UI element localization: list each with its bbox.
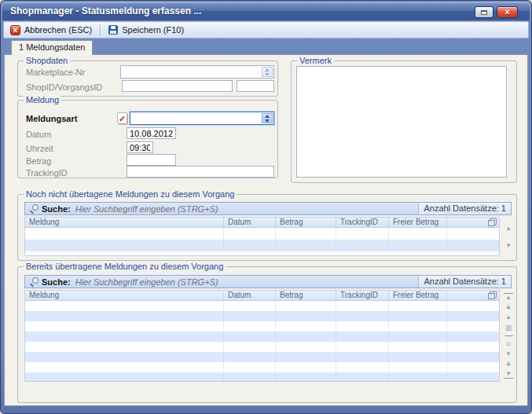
transferred-messages-group: Bereits übertragene Meldungen zu diesem …: [17, 266, 517, 403]
trackingid-input[interactable]: [127, 166, 274, 178]
search-icon: [30, 277, 39, 286]
scroll-down-icon[interactable]: ▼: [504, 242, 513, 250]
restore-button[interactable]: [475, 6, 493, 18]
table-row[interactable]: [25, 321, 499, 332]
next-row-icon[interactable]: ▼: [504, 350, 513, 358]
table-row[interactable]: [25, 352, 499, 362]
pending-messages-group: Noch nicht übertagene Meldungen zu diese…: [17, 194, 517, 261]
move-up-icon[interactable]: +: [504, 304, 513, 311]
search-bar[interactable]: Suche: Hier Suchbegriff eingeben (STRG+S…: [24, 275, 512, 288]
table-row[interactable]: [25, 240, 499, 251]
vorgangsid-input[interactable]: [237, 80, 274, 92]
column-header-datum[interactable]: Datum: [224, 291, 276, 300]
window-title: Shopmanager - Statusmeldung erfassen ...: [10, 5, 201, 16]
search-bar[interactable]: Suche: Hier Suchbegriff eingeben (STRG+S…: [24, 202, 512, 215]
current-row-icon[interactable]: ▥: [504, 324, 513, 332]
go-first-row-icon[interactable]: ▲: [504, 293, 513, 302]
cancel-button[interactable]: × Abbrechen (ESC): [4, 22, 98, 38]
uhrzeit-label: Uhrzeit: [26, 144, 53, 153]
navigator-divider: [504, 335, 513, 336]
close-icon: ×: [504, 7, 509, 17]
column-chooser-icon[interactable]: [488, 218, 497, 226]
move-down-icon[interactable]: +: [504, 361, 513, 368]
table-row[interactable]: [25, 301, 499, 311]
column-chooser-icon[interactable]: [488, 291, 497, 299]
table-row[interactable]: [25, 342, 499, 352]
go-last-row-icon[interactable]: ▼: [504, 370, 513, 379]
table-row[interactable]: [25, 362, 499, 372]
table-row[interactable]: [25, 372, 499, 382]
required-check-button[interactable]: ✓: [117, 112, 127, 124]
uhrzeit-input[interactable]: [127, 141, 153, 153]
search-placeholder[interactable]: Hier Suchbegriff eingeben (STRG+S): [75, 204, 218, 214]
spin-up-icon: [265, 68, 270, 71]
record-count-badge: Anzahl Datensätze: 1: [418, 276, 511, 288]
toolbar-separator: [100, 24, 101, 36]
meldungsart-value: [130, 115, 133, 125]
content-panel: Shopdaten Marketplace-Nr ShopID/Vorgangs…: [4, 54, 528, 406]
column-header-freier-betrag[interactable]: Freier Betrag: [389, 218, 447, 227]
cancel-icon: ×: [10, 25, 20, 35]
search-icon: [30, 204, 39, 213]
grid-header: Meldung Datum Betrag TrackingID Freier B…: [25, 291, 499, 301]
scroll-up-icon[interactable]: ▲: [504, 225, 513, 233]
tab-meldungsdaten[interactable]: 1 Meldungsdaten: [11, 40, 93, 55]
column-header-meldung[interactable]: Meldung: [25, 291, 224, 300]
table-row[interactable]: [25, 228, 499, 240]
datum-label: Datum: [26, 130, 51, 139]
cancel-button-label: Abbrechen (ESC): [24, 25, 92, 35]
title-bar: Shopmanager - Statusmeldung erfassen ...…: [2, 2, 530, 20]
shopdaten-group: Shopdaten Marketplace-Nr ShopID/Vorgangs…: [17, 60, 278, 97]
combo-dropdown-icon[interactable]: [262, 67, 273, 77]
spin-up-icon: [265, 115, 270, 118]
column-header-extra: [447, 291, 499, 300]
column-header-freier-betrag[interactable]: Freier Betrag: [389, 291, 447, 300]
save-button-label: Speichern (F10): [122, 25, 184, 35]
column-header-trackingid[interactable]: TrackingID: [336, 218, 389, 227]
betrag-input[interactable]: [127, 154, 176, 166]
grid-scrollbar: ▲ ▼: [502, 218, 515, 255]
column-header-datum[interactable]: Datum: [224, 218, 276, 227]
grid-rows: [25, 301, 499, 382]
toolbar: × Abbrechen (ESC) Speichern (F10): [3, 21, 529, 38]
table-row[interactable]: [25, 332, 499, 342]
transferred-messages-group-title: Bereits übertragene Meldungen zu diesem …: [24, 262, 226, 271]
table-row[interactable]: [25, 311, 499, 321]
grid-lines-icon[interactable]: ≡: [504, 340, 513, 348]
meldung-group: Meldung Meldungsart ✓ Datum Uhrzeit Betr…: [17, 100, 278, 178]
datum-input[interactable]: [127, 127, 176, 139]
search-label: Suche:: [42, 204, 71, 214]
spin-down-icon: [265, 73, 270, 76]
column-header-trackingid[interactable]: TrackingID: [336, 291, 389, 300]
column-header-extra: [447, 218, 499, 227]
search-placeholder[interactable]: Hier Suchbegriff eingeben (STRG+S): [75, 277, 218, 287]
grid-rows: [25, 228, 499, 251]
record-count-badge: Anzahl Datensätze: 1: [418, 203, 511, 214]
vermerk-textarea[interactable]: [296, 66, 507, 178]
betrag-label: Betrag: [26, 156, 51, 166]
pending-messages-grid: Meldung Datum Betrag TrackingID Freier B…: [24, 217, 500, 256]
spin-down-icon: [265, 119, 270, 123]
marketplace-value: [121, 69, 123, 79]
column-header-meldung[interactable]: Meldung: [25, 218, 224, 227]
close-button[interactable]: ×: [497, 6, 518, 18]
combo-dropdown-icon[interactable]: [262, 113, 273, 123]
meldungsart-combobox[interactable]: [130, 112, 274, 125]
marketplace-combobox[interactable]: [120, 65, 274, 79]
meldungsart-label: Meldungsart: [26, 114, 77, 123]
save-icon: [108, 25, 118, 35]
column-header-betrag[interactable]: Betrag: [276, 218, 336, 227]
vermerk-group-title: Vermerk: [297, 56, 334, 65]
save-button[interactable]: Speichern (F10): [102, 22, 190, 38]
previous-row-icon[interactable]: ▲: [504, 313, 513, 321]
shopid-label: ShopID/VorgangsID: [26, 82, 102, 92]
shopid-input[interactable]: [122, 80, 233, 92]
column-header-betrag[interactable]: Betrag: [276, 291, 336, 300]
tab-label: 1 Meldungsdaten: [19, 42, 85, 52]
search-label: Suche:: [42, 277, 71, 287]
marketplace-label: Marketplace-Nr: [26, 68, 85, 77]
meldung-group-title: Meldung: [24, 95, 61, 104]
grid-header: Meldung Datum Betrag TrackingID Freier B…: [25, 218, 499, 228]
shopdaten-group-title: Shopdaten: [24, 56, 70, 65]
restore-icon: [481, 10, 487, 15]
